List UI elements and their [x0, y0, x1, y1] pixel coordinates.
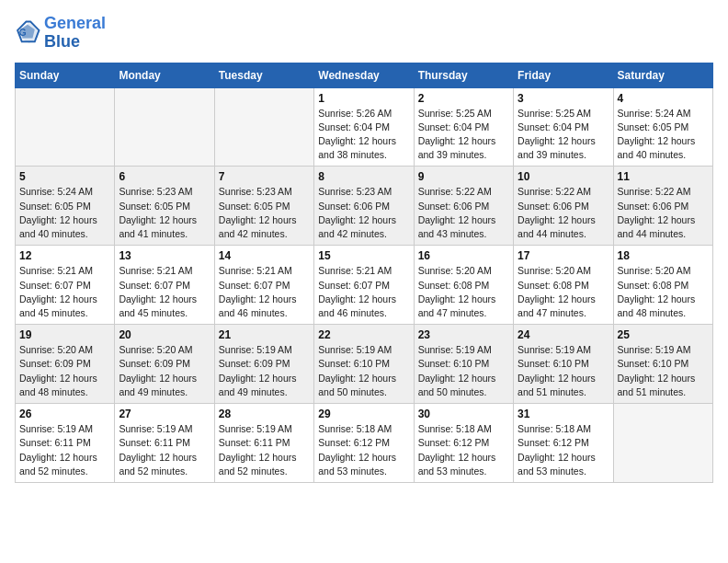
calendar-cell: 29Sunrise: 5:18 AM Sunset: 6:12 PM Dayli…	[314, 404, 414, 483]
day-number: 4	[618, 92, 709, 105]
day-number: 2	[418, 92, 509, 105]
day-number: 31	[518, 408, 609, 420]
day-number: 14	[219, 249, 310, 262]
calendar-cell: 23Sunrise: 5:19 AM Sunset: 6:10 PM Dayli…	[414, 325, 513, 404]
day-number: 25	[618, 328, 709, 341]
day-info: Sunrise: 5:20 AM Sunset: 6:08 PM Dayligh…	[618, 264, 709, 320]
weekday-header-saturday: Saturday	[613, 63, 712, 87]
day-info: Sunrise: 5:19 AM Sunset: 6:11 PM Dayligh…	[119, 422, 210, 478]
day-info: Sunrise: 5:26 AM Sunset: 6:04 PM Dayligh…	[318, 107, 409, 163]
calendar-cell: 13Sunrise: 5:21 AM Sunset: 6:07 PM Dayli…	[115, 246, 214, 325]
day-info: Sunrise: 5:20 AM Sunset: 6:09 PM Dayligh…	[19, 343, 110, 399]
calendar-cell: 17Sunrise: 5:20 AM Sunset: 6:08 PM Dayli…	[514, 246, 613, 325]
calendar-header-row: SundayMondayTuesdayWednesdayThursdayFrid…	[16, 63, 713, 87]
calendar-cell: 20Sunrise: 5:20 AM Sunset: 6:09 PM Dayli…	[115, 325, 214, 404]
day-number: 18	[618, 249, 709, 262]
calendar-cell: 27Sunrise: 5:19 AM Sunset: 6:11 PM Dayli…	[115, 404, 214, 483]
calendar-cell: 6Sunrise: 5:23 AM Sunset: 6:05 PM Daylig…	[115, 167, 214, 246]
weekday-header-monday: Monday	[115, 63, 214, 87]
day-info: Sunrise: 5:19 AM Sunset: 6:10 PM Dayligh…	[618, 343, 709, 399]
day-number: 28	[219, 408, 310, 420]
calendar-cell: 12Sunrise: 5:21 AM Sunset: 6:07 PM Dayli…	[16, 246, 115, 325]
calendar-cell	[115, 87, 214, 167]
calendar-cell: 18Sunrise: 5:20 AM Sunset: 6:08 PM Dayli…	[613, 246, 712, 325]
calendar-cell: 11Sunrise: 5:22 AM Sunset: 6:06 PM Dayli…	[613, 167, 712, 246]
calendar-cell: 15Sunrise: 5:21 AM Sunset: 6:07 PM Dayli…	[314, 246, 414, 325]
calendar-cell: 21Sunrise: 5:19 AM Sunset: 6:09 PM Dayli…	[214, 325, 313, 404]
calendar-cell: 8Sunrise: 5:23 AM Sunset: 6:06 PM Daylig…	[314, 167, 414, 246]
calendar-cell: 9Sunrise: 5:22 AM Sunset: 6:06 PM Daylig…	[414, 167, 513, 246]
calendar-cell: 1Sunrise: 5:26 AM Sunset: 6:04 PM Daylig…	[314, 87, 414, 167]
calendar-cell: 25Sunrise: 5:19 AM Sunset: 6:10 PM Dayli…	[613, 325, 712, 404]
day-info: Sunrise: 5:19 AM Sunset: 6:09 PM Dayligh…	[219, 343, 310, 399]
calendar-cell: 24Sunrise: 5:19 AM Sunset: 6:10 PM Dayli…	[514, 325, 613, 404]
day-info: Sunrise: 5:19 AM Sunset: 6:10 PM Dayligh…	[318, 343, 409, 399]
calendar-cell: 3Sunrise: 5:25 AM Sunset: 6:04 PM Daylig…	[514, 87, 613, 167]
day-number: 22	[318, 328, 409, 341]
day-number: 5	[19, 170, 110, 183]
day-number: 20	[119, 328, 210, 341]
day-info: Sunrise: 5:25 AM Sunset: 6:04 PM Dayligh…	[418, 107, 509, 163]
calendar-week-row: 19Sunrise: 5:20 AM Sunset: 6:09 PM Dayli…	[16, 325, 713, 404]
day-info: Sunrise: 5:22 AM Sunset: 6:06 PM Dayligh…	[418, 185, 509, 241]
day-number: 24	[518, 328, 609, 341]
calendar-week-row: 12Sunrise: 5:21 AM Sunset: 6:07 PM Dayli…	[16, 246, 713, 325]
day-info: Sunrise: 5:19 AM Sunset: 6:11 PM Dayligh…	[19, 422, 110, 478]
logo: G GeneralBlue	[15, 15, 106, 52]
calendar-cell: 28Sunrise: 5:19 AM Sunset: 6:11 PM Dayli…	[214, 404, 313, 483]
day-info: Sunrise: 5:23 AM Sunset: 6:05 PM Dayligh…	[219, 185, 310, 241]
calendar-cell: 31Sunrise: 5:18 AM Sunset: 6:12 PM Dayli…	[514, 404, 613, 483]
calendar-cell: 19Sunrise: 5:20 AM Sunset: 6:09 PM Dayli…	[16, 325, 115, 404]
weekday-header-sunday: Sunday	[16, 63, 115, 87]
calendar-cell: 30Sunrise: 5:18 AM Sunset: 6:12 PM Dayli…	[414, 404, 513, 483]
logo-icon: G	[15, 20, 40, 46]
day-number: 15	[318, 249, 409, 262]
calendar-cell	[16, 87, 115, 167]
day-info: Sunrise: 5:20 AM Sunset: 6:08 PM Dayligh…	[418, 264, 509, 320]
logo-text: GeneralBlue	[44, 15, 106, 52]
weekday-header-tuesday: Tuesday	[214, 63, 313, 87]
day-number: 10	[518, 170, 609, 183]
day-number: 8	[318, 170, 409, 183]
day-info: Sunrise: 5:22 AM Sunset: 6:06 PM Dayligh…	[518, 185, 609, 241]
day-info: Sunrise: 5:25 AM Sunset: 6:04 PM Dayligh…	[518, 107, 609, 163]
calendar-cell: 4Sunrise: 5:24 AM Sunset: 6:05 PM Daylig…	[613, 87, 712, 167]
day-number: 11	[618, 170, 709, 183]
day-info: Sunrise: 5:19 AM Sunset: 6:11 PM Dayligh…	[219, 422, 310, 478]
day-info: Sunrise: 5:19 AM Sunset: 6:10 PM Dayligh…	[518, 343, 609, 399]
day-info: Sunrise: 5:23 AM Sunset: 6:06 PM Dayligh…	[318, 185, 409, 241]
day-info: Sunrise: 5:24 AM Sunset: 6:05 PM Dayligh…	[618, 107, 709, 163]
day-info: Sunrise: 5:21 AM Sunset: 6:07 PM Dayligh…	[219, 264, 310, 320]
calendar-cell: 10Sunrise: 5:22 AM Sunset: 6:06 PM Dayli…	[514, 167, 613, 246]
day-number: 27	[119, 408, 210, 420]
calendar-cell	[214, 87, 313, 167]
day-number: 13	[119, 249, 210, 262]
day-number: 30	[418, 408, 509, 420]
day-number: 3	[518, 92, 609, 105]
day-info: Sunrise: 5:21 AM Sunset: 6:07 PM Dayligh…	[19, 264, 110, 320]
day-info: Sunrise: 5:18 AM Sunset: 6:12 PM Dayligh…	[518, 422, 609, 478]
day-info: Sunrise: 5:21 AM Sunset: 6:07 PM Dayligh…	[318, 264, 409, 320]
calendar-cell: 26Sunrise: 5:19 AM Sunset: 6:11 PM Dayli…	[16, 404, 115, 483]
day-info: Sunrise: 5:24 AM Sunset: 6:05 PM Dayligh…	[19, 185, 110, 241]
day-info: Sunrise: 5:18 AM Sunset: 6:12 PM Dayligh…	[318, 422, 409, 478]
day-number: 19	[19, 328, 110, 341]
day-info: Sunrise: 5:21 AM Sunset: 6:07 PM Dayligh…	[119, 264, 210, 320]
calendar-week-row: 5Sunrise: 5:24 AM Sunset: 6:05 PM Daylig…	[16, 167, 713, 246]
day-number: 17	[518, 249, 609, 262]
day-number: 16	[418, 249, 509, 262]
day-info: Sunrise: 5:19 AM Sunset: 6:10 PM Dayligh…	[418, 343, 509, 399]
day-number: 29	[318, 408, 409, 420]
calendar-week-row: 1Sunrise: 5:26 AM Sunset: 6:04 PM Daylig…	[16, 87, 713, 167]
day-info: Sunrise: 5:20 AM Sunset: 6:08 PM Dayligh…	[518, 264, 609, 320]
day-info: Sunrise: 5:18 AM Sunset: 6:12 PM Dayligh…	[418, 422, 509, 478]
day-info: Sunrise: 5:23 AM Sunset: 6:05 PM Dayligh…	[119, 185, 210, 241]
day-number: 26	[19, 408, 110, 420]
calendar-cell: 16Sunrise: 5:20 AM Sunset: 6:08 PM Dayli…	[414, 246, 513, 325]
calendar-week-row: 26Sunrise: 5:19 AM Sunset: 6:11 PM Dayli…	[16, 404, 713, 483]
calendar-table: SundayMondayTuesdayWednesdayThursdayFrid…	[15, 63, 713, 483]
calendar-cell: 14Sunrise: 5:21 AM Sunset: 6:07 PM Dayli…	[214, 246, 313, 325]
page-header: G GeneralBlue	[15, 15, 713, 52]
day-info: Sunrise: 5:20 AM Sunset: 6:09 PM Dayligh…	[119, 343, 210, 399]
day-number: 1	[318, 92, 409, 105]
